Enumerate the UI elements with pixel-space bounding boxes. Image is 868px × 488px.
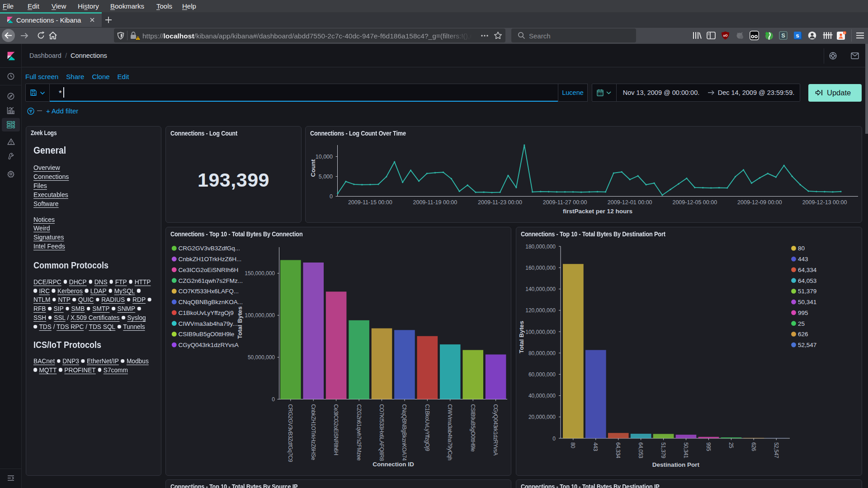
svg-text:0: 0 <box>272 396 275 403</box>
svg-text:64,334: 64,334 <box>615 442 621 459</box>
svg-text:2009-11-19 00:00: 2009-11-19 00:00 <box>413 199 458 206</box>
svg-text:Ce3ICG2oEiSNRIh6H: Ce3ICG2oEiSNRIh6H <box>333 404 339 455</box>
svg-text:120,000,000: 120,000,000 <box>525 307 556 314</box>
svg-text:CZG2n61qwh7s2FMz...: CZG2n61qwh7s2FMz... <box>179 277 243 284</box>
svg-text:20,000,000: 20,000,000 <box>528 414 556 420</box>
svg-text:Ce3ICG2oEiSNRIh6H: Ce3ICG2oEiSNRIh6H <box>179 267 239 273</box>
svg-text:5,000: 5,000 <box>319 174 333 180</box>
svg-text:995: 995 <box>705 442 712 451</box>
svg-text:9: 9 <box>844 32 845 34</box>
svg-text:CGyQ043rk1dzRYvsA: CGyQ043rk1dzRYvsA <box>492 404 499 456</box>
svg-text:0: 0 <box>330 193 333 200</box>
svg-text:Total Bytes: Total Bytes <box>236 306 243 339</box>
svg-text:626: 626 <box>798 331 808 338</box>
svg-text:995: 995 <box>798 310 808 316</box>
svg-text:52,547: 52,547 <box>773 442 779 459</box>
svg-text:100,000,000: 100,000,000 <box>525 329 556 335</box>
svg-text:64,334: 64,334 <box>798 267 817 273</box>
svg-text:80,000,000: 80,000,000 <box>528 350 556 357</box>
svg-text:50,000,000: 50,000,000 <box>248 354 275 361</box>
svg-text:443: 443 <box>798 256 808 263</box>
svg-text:80: 80 <box>798 245 805 252</box>
svg-text:40,000,000: 40,000,000 <box>528 393 556 399</box>
svg-text:150,000,000: 150,000,000 <box>245 270 275 277</box>
svg-text:S: S <box>781 32 785 39</box>
svg-text:0: 0 <box>552 436 556 442</box>
svg-text:CRG2GV3vB3ZdfGq7C9: CRG2GV3vB3ZdfGq7C9 <box>287 404 293 463</box>
svg-text:2009-12-13 00:00: 2009-12-13 00:00 <box>802 199 847 206</box>
svg-text:CIWVma3ab4ha79y...: CIWVma3ab4ha79y... <box>179 320 238 327</box>
svg-text:51,379: 51,379 <box>798 288 816 295</box>
svg-text:s: s <box>796 32 799 39</box>
svg-text:64,053: 64,053 <box>798 277 816 284</box>
svg-text:10,000: 10,000 <box>316 154 333 160</box>
svg-text:CnbkZH1OTrkHzZ6H...: CnbkZH1OTrkHzZ6H... <box>179 256 242 263</box>
svg-text:50,341: 50,341 <box>798 299 816 305</box>
svg-text:52,547: 52,547 <box>798 342 816 348</box>
svg-text:2009-12-09 00:00: 2009-12-09 00:00 <box>737 199 782 206</box>
svg-text:Destination Port: Destination Port <box>652 461 700 468</box>
svg-text:443: 443 <box>592 442 599 451</box>
svg-text:160,000,000: 160,000,000 <box>525 265 556 271</box>
svg-text:25: 25 <box>728 442 734 448</box>
svg-text:60,000,000: 60,000,000 <box>528 371 556 378</box>
svg-text:80: 80 <box>570 442 576 448</box>
svg-text:25: 25 <box>798 320 805 327</box>
svg-text:CO7Kf533Hx6LAFQ8R8: CO7Kf533Hx6LAFQ8R8 <box>378 404 385 461</box>
svg-text:C1BkoUvLyYffzgOj9: C1BkoUvLyYffzgOj9 <box>424 404 430 451</box>
svg-text:100,000,000: 100,000,000 <box>245 312 275 319</box>
svg-text:2009-12-05 00:00: 2009-12-05 00:00 <box>672 199 717 206</box>
svg-text:uO: uO <box>723 34 728 37</box>
svg-text:2009-11-23 00:00: 2009-11-23 00:00 <box>478 199 522 206</box>
svg-text:CO7Kf533Hx6LAFQ...: CO7Kf533Hx6LAFQ... <box>179 288 239 295</box>
svg-text:firstPacket per 12 hours: firstPacket per 12 hours <box>563 208 632 215</box>
svg-text:Total Bytes: Total Bytes <box>518 321 525 353</box>
svg-text:50,341: 50,341 <box>683 442 689 459</box>
svg-text:CnbkZH1OTrkHzZ6HSe: CnbkZH1OTrkHzZ6HSe <box>310 404 316 460</box>
svg-text:CRG2GV3vB3ZdfGq...: CRG2GV3vB3ZdfGq... <box>179 245 241 252</box>
svg-text:CGyQ043rk1dzRYvsA: CGyQ043rk1dzRYvsA <box>179 342 239 348</box>
svg-text:CNqQBNBgBkznKOA74: CNqQBNBgBkznKOA74 <box>401 404 407 461</box>
svg-text:Count: Count <box>310 159 316 177</box>
svg-text:Connection ID: Connection ID <box>373 461 414 468</box>
svg-text:51,379: 51,379 <box>660 442 666 459</box>
svg-text:CSIB9uB5gO0ttH9le: CSIB9uB5gO0ttH9le <box>179 331 235 338</box>
svg-text:140,000,000: 140,000,000 <box>525 286 556 292</box>
svg-text:2009-11-15 00:00: 2009-11-15 00:00 <box>348 199 392 206</box>
svg-text:CNqQBNBgBkznKOA...: CNqQBNBgBkznKOA... <box>179 299 243 305</box>
svg-text:CIWVma3ab4ha79yCqh: CIWVma3ab4ha79yCqh <box>447 404 453 460</box>
svg-text:64,053: 64,053 <box>637 442 644 459</box>
svg-text:180,000,000: 180,000,000 <box>525 244 556 250</box>
svg-text:626: 626 <box>750 442 757 451</box>
svg-text:CZG2n61qwh7s2FMzee: CZG2n61qwh7s2FMzee <box>356 404 362 461</box>
svg-text:CSIB9uB5gO0ttH9le: CSIB9uB5gO0ttH9le <box>470 404 476 452</box>
svg-text:2009-11-27 00:00: 2009-11-27 00:00 <box>543 199 587 206</box>
svg-text:C1BkoUvLyYffzgOj9: C1BkoUvLyYffzgOj9 <box>179 310 234 316</box>
svg-text:2009-12-01 00:00: 2009-12-01 00:00 <box>608 199 652 206</box>
